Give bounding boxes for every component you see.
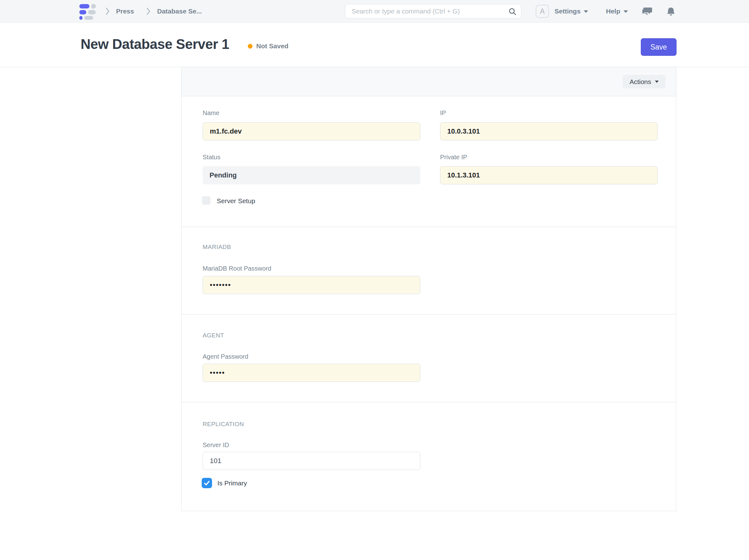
ip-label: IP xyxy=(440,109,446,117)
checkmark-icon xyxy=(204,480,210,486)
breadcrumb-press[interactable]: Press xyxy=(116,7,134,15)
actions-label: Actions xyxy=(629,78,651,86)
agent-password-label: Agent Password xyxy=(202,353,249,360)
help-label: Help xyxy=(606,7,620,15)
page-header: New Database Server 1 Not Saved Save xyxy=(0,23,749,67)
section-divider xyxy=(181,402,676,402)
replication-section-heading: REPLICATION xyxy=(202,421,244,428)
server-id-input[interactable] xyxy=(202,452,420,470)
form-toolbar: Actions xyxy=(181,67,676,96)
mariadb-root-password-label: MariaDB Root Password xyxy=(202,265,271,272)
server-setup-label: Server Setup xyxy=(217,197,255,205)
unsaved-indicator-label: Not Saved xyxy=(256,42,288,50)
form-card: Actions Name IP Status Pending Private I… xyxy=(181,67,676,511)
is-primary-label: Is Primary xyxy=(217,479,247,487)
chevron-right-icon xyxy=(146,7,151,16)
private-ip-input[interactable] xyxy=(440,166,658,185)
unsaved-indicator-dot xyxy=(248,44,253,49)
feedback-chat-icon[interactable] xyxy=(642,7,652,16)
status-label: Status xyxy=(202,154,220,161)
actions-button[interactable]: Actions xyxy=(623,75,666,88)
help-menu[interactable]: Help xyxy=(606,7,628,15)
server-setup-checkbox[interactable] xyxy=(202,196,211,205)
name-label: Name xyxy=(202,109,219,117)
avatar-letter: A xyxy=(540,7,544,16)
save-button[interactable]: Save xyxy=(641,38,677,56)
status-value: Pending xyxy=(202,166,420,185)
global-search xyxy=(345,4,521,19)
private-ip-label: Private IP xyxy=(440,154,467,161)
is-primary-checkbox[interactable] xyxy=(202,478,212,488)
page-title: New Database Server 1 xyxy=(81,36,229,52)
search-input[interactable] xyxy=(351,4,505,18)
mariadb-section-heading: MARIADB xyxy=(202,244,231,251)
name-input[interactable] xyxy=(202,122,420,141)
section-divider xyxy=(181,314,676,315)
notifications-bell-icon[interactable] xyxy=(666,7,676,16)
agent-password-input[interactable]: ••••• xyxy=(202,364,420,382)
app-logo-icon[interactable] xyxy=(79,4,101,19)
screen: Press Database Se... A Settings Help xyxy=(0,0,749,560)
navbar: Press Database Se... A Settings Help xyxy=(0,0,749,23)
chevron-down-icon xyxy=(655,81,659,83)
search-icon xyxy=(509,7,517,16)
breadcrumb-database-server[interactable]: Database Se... xyxy=(157,7,202,15)
chevron-right-icon xyxy=(105,7,110,16)
settings-menu[interactable]: Settings xyxy=(555,7,588,15)
avatar[interactable]: A xyxy=(536,5,549,18)
chevron-down-icon xyxy=(623,10,628,13)
mariadb-root-password-input[interactable]: ••••••• xyxy=(202,276,420,294)
ip-input[interactable] xyxy=(440,122,658,141)
server-id-label: Server ID xyxy=(202,441,229,449)
agent-section-heading: AGENT xyxy=(202,332,224,339)
settings-label: Settings xyxy=(555,7,581,15)
chevron-down-icon xyxy=(584,10,588,13)
